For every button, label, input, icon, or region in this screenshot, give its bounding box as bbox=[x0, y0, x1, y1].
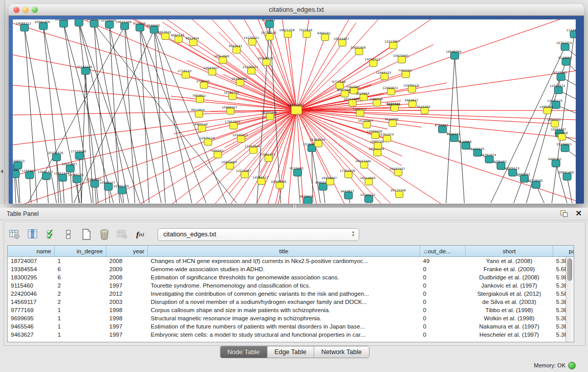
table-vertical-scrollbar[interactable] bbox=[565, 257, 574, 342]
select-columns-icon[interactable] bbox=[26, 228, 39, 241]
graph-node[interactable]: 9115460 bbox=[417, 105, 431, 114]
graph-node[interactable]: 12505153 bbox=[232, 133, 248, 142]
graph-node[interactable]: 14055712 bbox=[16, 21, 32, 31]
graph-node[interactable]: 1156853 bbox=[22, 169, 36, 179]
graph-node[interactable]: 15751074 bbox=[556, 41, 572, 51]
graph-node[interactable]: 20206576 bbox=[48, 151, 63, 161]
graph-node[interactable]: 2718120 bbox=[178, 69, 192, 78]
table-row[interactable]: 946362711997Embryonic stem cells: a mode… bbox=[8, 331, 574, 339]
graph-node[interactable]: 9466161 bbox=[86, 19, 100, 27]
column-header-title[interactable]: title bbox=[148, 246, 420, 257]
graph-node[interactable]: 8912954 bbox=[186, 36, 200, 46]
graph-node[interactable]: 20206576 bbox=[258, 56, 274, 65]
tab-node-table[interactable]: Node Table bbox=[220, 346, 267, 358]
graph-node[interactable]: 9465546 bbox=[387, 102, 401, 112]
table-row[interactable]: 946554611997Estimation of the future num… bbox=[8, 322, 574, 331]
graph-node[interactable]: 10719195 bbox=[527, 179, 543, 188]
graph-node[interactable]: 19671358 bbox=[279, 28, 295, 37]
window-titlebar[interactable]: citations_edges.txt bbox=[9, 4, 584, 16]
graph-node[interactable]: 15276021 bbox=[244, 36, 259, 45]
graph-node[interactable]: 9463627 bbox=[405, 98, 419, 107]
citation-graph[interactable]: 1405571220691406106532871527602194661611… bbox=[13, 19, 576, 204]
graph-node[interactable]: 12213967 bbox=[384, 39, 400, 49]
table-row[interactable]: 969969511998Structural magnetic resonanc… bbox=[8, 314, 574, 322]
graph-node[interactable]: 1054433 bbox=[547, 118, 561, 127]
graph-node[interactable]: 1080748 bbox=[369, 97, 383, 106]
graph-node[interactable]: 9463627 bbox=[341, 189, 355, 199]
column-header-short[interactable]: short bbox=[466, 246, 553, 257]
tab-edge-table[interactable]: Edge Table bbox=[267, 346, 314, 358]
graph-node[interactable]: 8163041 bbox=[262, 19, 276, 28]
graph-node[interactable]: 10975887 bbox=[61, 162, 77, 172]
graph-node[interactable]: 9129966 bbox=[558, 56, 572, 65]
graph-node[interactable]: 12093872 bbox=[382, 86, 398, 95]
table-row[interactable]: 911546021997Tourette syndrome. Phenomeno… bbox=[8, 281, 574, 290]
graph-nodes[interactable]: 1405571220691406106532871527602194661611… bbox=[13, 19, 576, 204]
graph-node[interactable]: 13942737 bbox=[37, 170, 53, 180]
graph-node[interactable]: 20691406 bbox=[34, 20, 50, 30]
graph-node[interactable]: 8912954 bbox=[191, 108, 205, 118]
graph-node[interactable]: 16514845 bbox=[360, 176, 376, 185]
graph-node[interactable]: 7663822 bbox=[158, 30, 171, 39]
table-header[interactable]: namein_degreeyeartitle△ out_de...shortpa… bbox=[8, 246, 574, 257]
graph-node[interactable]: 20691406 bbox=[351, 46, 366, 55]
graph-node[interactable]: 20691406 bbox=[558, 170, 574, 180]
function-builder-icon[interactable]: f(x) bbox=[134, 228, 147, 241]
graph-node[interactable]: 14055712 bbox=[364, 57, 380, 67]
graph-node[interactable]: 19671358 bbox=[116, 20, 132, 30]
unselect-rows-icon[interactable] bbox=[62, 228, 75, 241]
graph-node[interactable]: 15276021 bbox=[70, 19, 86, 26]
network-canvas[interactable]: 1405571220691406106532871527602194661611… bbox=[13, 19, 576, 204]
graph-node[interactable]: 7485063 bbox=[210, 149, 224, 158]
graph-node[interactable]: 8163041 bbox=[229, 44, 243, 53]
graph-node[interactable]: 7615526 bbox=[132, 21, 146, 31]
graph-node[interactable]: 2718120 bbox=[196, 79, 210, 89]
table-settings-icon[interactable] bbox=[8, 228, 21, 241]
graph-node[interactable]: 22420046 bbox=[271, 180, 287, 189]
graph-node[interactable]: 10647437 bbox=[389, 167, 405, 176]
table-row[interactable]: 977716911998Corpus callosum shape and si… bbox=[8, 306, 574, 314]
table-row[interactable]: 1830029562008Estimation of significance … bbox=[8, 273, 574, 281]
graph-node[interactable]: 11451944 bbox=[54, 171, 70, 181]
graph-node[interactable]: 10719195 bbox=[261, 31, 277, 40]
table-row[interactable]: 1872400712008Changes of HCN gene express… bbox=[8, 257, 574, 266]
graph-node[interactable]: 10719195 bbox=[101, 19, 117, 28]
graph-node[interactable]: 10653287 bbox=[55, 19, 71, 27]
graph-node[interactable]: 9115460 bbox=[290, 166, 303, 176]
select-all-checks-icon[interactable] bbox=[44, 228, 57, 241]
scrollbar-thumb[interactable] bbox=[567, 258, 572, 281]
graph-node[interactable]: 17359928 bbox=[340, 169, 356, 178]
close-panel-icon[interactable]: ✕ bbox=[575, 209, 582, 218]
graph-node[interactable]: 20153346 bbox=[390, 189, 406, 198]
graph-node[interactable]: 9129966 bbox=[385, 117, 399, 126]
column-header-pagerank[interactable]: pagerank bbox=[553, 246, 575, 257]
tab-network-table[interactable]: Network Table bbox=[314, 346, 369, 358]
graph-node[interactable]: 21206533 bbox=[13, 159, 25, 169]
graph-node[interactable]: 3915911 bbox=[13, 168, 21, 178]
graph-node[interactable]: 9227343 bbox=[553, 71, 567, 80]
graph-node[interactable]: 13942737 bbox=[260, 152, 276, 162]
graph-node[interactable]: 9466161 bbox=[548, 157, 562, 167]
table-row[interactable]: 1938455462009Genome-wide association stu… bbox=[8, 265, 574, 273]
column-header-in-degree[interactable]: in_degree bbox=[55, 246, 106, 257]
column-header-out-de-[interactable]: △ out_de... bbox=[420, 246, 466, 257]
new-document-icon[interactable] bbox=[80, 228, 93, 241]
table-row[interactable]: 2242004622012Investigating the contribut… bbox=[8, 290, 574, 298]
graph-node[interactable]: 10973493 bbox=[393, 54, 409, 63]
graph-node[interactable]: 20153346 bbox=[355, 159, 371, 168]
graph-node[interactable]: 1595838 bbox=[539, 105, 553, 114]
graph-node[interactable]: 11451944 bbox=[245, 144, 260, 154]
table-chooser-dropdown[interactable]: citations_edges.txt ▲▼ bbox=[158, 228, 359, 241]
delete-trash-icon[interactable] bbox=[98, 228, 111, 241]
graph-node[interactable]: 14569117 bbox=[360, 193, 376, 203]
column-header-year[interactable]: year bbox=[106, 246, 148, 257]
column-header-name[interactable]: name bbox=[8, 246, 55, 257]
table-row[interactable]: 1456911722003Disruption of a novel membe… bbox=[8, 298, 574, 306]
graph-node[interactable]: 12505153 bbox=[68, 173, 84, 183]
panel-collapse-arrow-icon[interactable] bbox=[1, 169, 3, 173]
float-panel-icon[interactable] bbox=[560, 210, 568, 217]
graph-node[interactable]: 7615526 bbox=[299, 28, 313, 37]
graph-node[interactable]: 12213967 bbox=[236, 169, 252, 178]
graph-node[interactable]: 14569117 bbox=[253, 176, 269, 185]
graph-node[interactable]: 12975115 bbox=[403, 83, 419, 93]
